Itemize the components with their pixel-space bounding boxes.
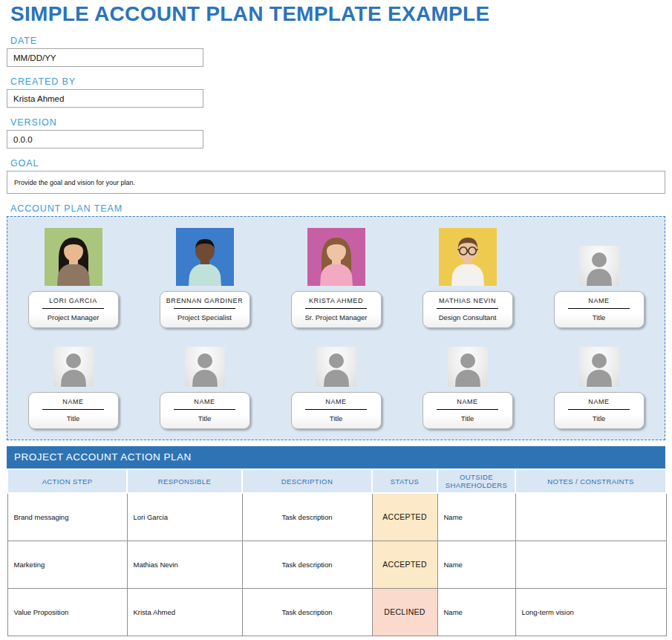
member-photo [176, 228, 234, 286]
name-divider [174, 409, 235, 410]
member-namecard[interactable]: NAME Title [554, 392, 645, 429]
member-photo [45, 228, 102, 286]
member-title: Sr. Project Manager [295, 313, 378, 321]
description-cell[interactable]: Task description [242, 493, 372, 541]
team-member-card[interactable]: NAME Title [533, 228, 665, 328]
name-divider [437, 308, 498, 309]
status-cell[interactable]: ACCEPTED [372, 541, 437, 588]
member-namecard[interactable]: NAME Title [28, 392, 119, 429]
name-divider [568, 409, 630, 410]
team-member-card[interactable]: KRISTA AHMED Sr. Project Manager [270, 228, 402, 328]
account-plan-document: SIMPLE ACCOUNT PLAN TEMPLATE EXAMPLE DAT… [0, 2, 672, 636]
member-name: NAME [426, 398, 509, 405]
placeholder-avatar-icon [448, 347, 488, 387]
col-header-outside-shareholders: OUTSIDE SHAREHOLDERS [437, 469, 515, 493]
created-by-input[interactable] [7, 89, 203, 108]
portrait-illustration-icon [307, 228, 365, 286]
member-title: Title [426, 414, 509, 422]
account-plan-team-box: LORI GARCIA Project Manager BRE [7, 216, 665, 440]
member-name: NAME [295, 398, 378, 405]
page-title: SIMPLE ACCOUNT PLAN TEMPLATE EXAMPLE [10, 2, 665, 26]
notes-cell[interactable] [515, 541, 666, 588]
col-header-responsible: RESPONSIBLE [127, 469, 242, 493]
placeholder-avatar-icon [579, 347, 619, 387]
team-section-label: ACCOUNT PLAN TEAM [10, 203, 665, 214]
member-photo [439, 228, 497, 286]
goal-input[interactable]: Provide the goal and vision for your pla… [7, 171, 665, 194]
name-divider [305, 409, 367, 410]
outside-shareholders-cell[interactable]: Name [437, 588, 515, 636]
member-photo [579, 347, 619, 387]
version-input[interactable] [7, 130, 203, 148]
member-photo [307, 228, 365, 286]
notes-cell[interactable] [515, 493, 666, 541]
placeholder-avatar-icon [185, 347, 225, 387]
responsible-cell[interactable]: Mathias Nevin [127, 541, 242, 588]
status-cell[interactable]: DECLINED [372, 588, 437, 636]
outside-shareholders-cell[interactable]: Name [437, 541, 515, 588]
member-title: Title [295, 414, 378, 422]
action-step-cell[interactable]: Marketing [7, 541, 127, 588]
team-member-card[interactable]: MATHIAS NEVIN Design Consultant [402, 228, 533, 328]
member-title: Title [32, 414, 115, 422]
member-namecard[interactable]: KRISTA AHMED Sr. Project Manager [291, 291, 382, 328]
member-name: BRENNAN GARDINER [163, 297, 247, 304]
name-divider [42, 308, 104, 309]
member-namecard[interactable]: NAME Title [160, 392, 250, 429]
team-member-card[interactable]: NAME Title [139, 347, 270, 429]
team-row: LORI GARCIA Project Manager BRE [7, 217, 665, 328]
team-member-card[interactable]: NAME Title [7, 347, 139, 429]
member-name: KRISTA AHMED [295, 297, 378, 304]
goal-text: Provide the goal and vision for your pla… [14, 179, 135, 186]
created-by-label: CREATED BY [10, 76, 665, 87]
team-member-card[interactable]: LORI GARCIA Project Manager [7, 228, 139, 328]
status-cell[interactable]: ACCEPTED [372, 493, 437, 541]
member-namecard[interactable]: NAME Title [423, 392, 513, 429]
team-member-card[interactable]: NAME Title [402, 347, 533, 429]
name-divider [305, 308, 367, 309]
portrait-illustration-icon [439, 228, 497, 286]
team-member-card[interactable]: NAME Title [270, 347, 402, 429]
col-header-notes-constraints: NOTES / CONSTRAINTS [515, 469, 666, 493]
placeholder-avatar-icon [316, 347, 356, 387]
notes-cell[interactable]: Long-term vision [515, 588, 666, 636]
responsible-cell[interactable]: Krista Ahmed [127, 588, 242, 636]
portrait-illustration-icon [45, 228, 102, 286]
member-namecard[interactable]: LORI GARCIA Project Manager [28, 291, 119, 328]
member-namecard[interactable]: BRENNAN GARDINER Project Specialist [160, 291, 250, 328]
member-photo [448, 347, 488, 387]
action-step-cell[interactable]: Value Proposition [7, 588, 127, 636]
team-member-card[interactable]: BRENNAN GARDINER Project Specialist [139, 228, 270, 328]
member-title: Title [558, 313, 641, 321]
date-input[interactable] [7, 48, 203, 67]
member-title: Project Specialist [163, 313, 247, 321]
member-namecard[interactable]: MATHIAS NEVIN Design Consultant [423, 291, 513, 328]
action-plan-section-header: PROJECT ACCOUNT ACTION PLAN [7, 446, 665, 468]
table-header-row: ACTION STEP RESPONSIBLE DESCRIPTION STAT… [7, 469, 666, 493]
placeholder-avatar-icon [579, 246, 619, 286]
goal-label: GOAL [10, 158, 665, 169]
col-header-description: DESCRIPTION [242, 469, 372, 493]
outside-shareholders-cell[interactable]: Name [437, 493, 515, 541]
responsible-cell[interactable]: Lori Garcia [127, 493, 242, 541]
member-name: NAME [32, 398, 115, 405]
name-divider [437, 409, 498, 410]
placeholder-avatar-icon [53, 347, 94, 387]
action-plan-table: ACTION STEP RESPONSIBLE DESCRIPTION STAT… [7, 468, 667, 636]
member-name: NAME [558, 297, 641, 304]
member-title: Title [558, 414, 641, 422]
description-cell[interactable]: Task description [242, 541, 372, 588]
table-row: Value Proposition Krista Ahmed Task desc… [7, 588, 666, 636]
description-cell[interactable]: Task description [242, 588, 372, 636]
member-photo [316, 347, 356, 387]
table-row: Brand messaging Lori Garcia Task descrip… [7, 493, 666, 541]
name-divider [568, 308, 630, 309]
col-header-status: STATUS [372, 469, 437, 493]
member-name: LORI GARCIA [32, 297, 115, 304]
team-member-card[interactable]: NAME Title [533, 347, 665, 429]
portrait-illustration-icon [176, 228, 234, 286]
member-namecard[interactable]: NAME Title [291, 392, 382, 429]
action-step-cell[interactable]: Brand messaging [7, 493, 127, 541]
member-namecard[interactable]: NAME Title [554, 291, 645, 328]
member-photo [579, 228, 619, 286]
